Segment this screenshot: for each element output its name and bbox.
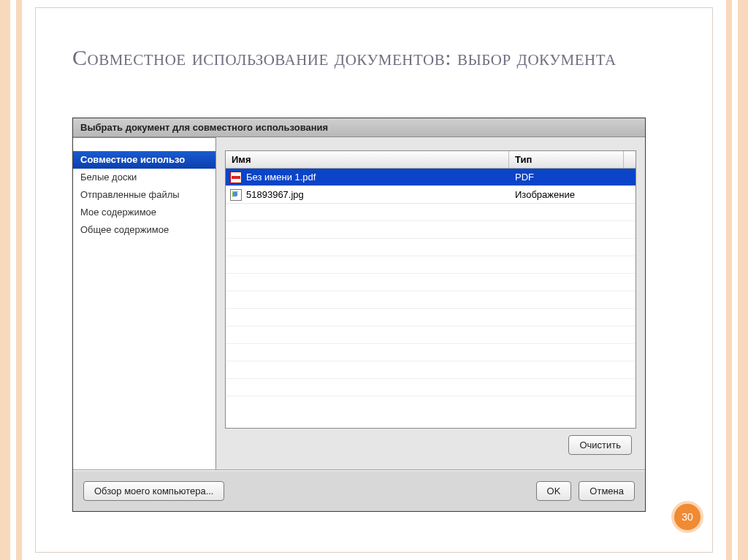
dialog-action-buttons: OK Отмена	[536, 481, 635, 501]
clear-button-row: Очистить	[225, 429, 636, 461]
cell-name: 51893967.jpg	[226, 189, 509, 201]
table-row-empty	[226, 361, 636, 379]
sidebar-item-shared[interactable]: Совместное использо	[73, 151, 215, 169]
table-row-empty	[226, 344, 636, 361]
decoration-stripe	[16, 0, 22, 560]
decoration-stripe	[726, 0, 732, 560]
cell-type: PDF	[509, 172, 636, 183]
slide-title: Совместное использование документов: выб…	[72, 45, 683, 71]
table-row[interactable]: 51893967.jpg Изображение	[226, 186, 636, 204]
table-header: Имя Тип	[226, 151, 636, 169]
pdf-icon	[230, 172, 242, 183]
sidebar-item-label: Белые доски	[80, 172, 137, 183]
dialog-body: Совместное использо Белые доски Отправле…	[73, 137, 645, 470]
column-header-name[interactable]: Имя	[226, 151, 509, 168]
sidebar-item-label: Совместное использо	[80, 154, 185, 165]
browse-computer-button[interactable]: Обзор моего компьютера...	[83, 481, 224, 501]
table-row-empty	[226, 291, 636, 309]
table-row-empty	[226, 326, 636, 344]
cell-name: Без имени 1.pdf	[226, 172, 509, 183]
decoration-stripe	[732, 0, 738, 560]
dialog-footer: Обзор моего компьютера... OK Отмена	[73, 470, 645, 511]
slide-frame: Совместное использование документов: выб…	[0, 0, 748, 560]
clear-button[interactable]: Очистить	[568, 435, 632, 455]
file-name: Без имени 1.pdf	[246, 172, 316, 183]
sidebar-item-label: Отправленные файлы	[80, 189, 180, 200]
table-row[interactable]: Без имени 1.pdf PDF	[226, 169, 636, 186]
slide-content: Совместное использование документов: выб…	[35, 7, 713, 553]
file-panel: Имя Тип Без имени 1.pdf PDF	[216, 137, 645, 469]
slide-number-badge: 30	[674, 504, 701, 530]
table-row-empty	[226, 379, 636, 396]
image-icon	[230, 189, 242, 201]
file-name: 51893967.jpg	[246, 189, 304, 200]
sidebar-item-my-content[interactable]: Мое содержимое	[73, 204, 215, 221]
table-row-empty	[226, 239, 636, 256]
sidebar-item-sent-files[interactable]: Отправленные файлы	[73, 186, 215, 204]
decoration-stripe	[0, 0, 10, 560]
cell-type: Изображение	[509, 189, 636, 200]
cancel-button[interactable]: Отмена	[579, 481, 635, 501]
ok-button[interactable]: OK	[536, 481, 572, 501]
table-row-empty	[226, 221, 636, 239]
table-body: Без имени 1.pdf PDF 51893967.jpg Изображ…	[226, 169, 636, 428]
table-row-empty	[226, 309, 636, 326]
sidebar-item-label: Мое содержимое	[80, 207, 156, 218]
decoration-stripe	[738, 0, 748, 560]
table-row-empty	[226, 204, 636, 221]
sidebar-item-whiteboards[interactable]: Белые доски	[73, 169, 215, 186]
category-sidebar: Совместное использо Белые доски Отправле…	[73, 137, 216, 469]
sidebar-item-shared-content[interactable]: Общее содержимое	[73, 221, 215, 239]
sidebar-item-label: Общее содержимое	[80, 224, 169, 235]
select-document-dialog: Выбрать документ для совместного использ…	[72, 118, 646, 512]
column-header-spacer	[624, 151, 636, 168]
column-header-type[interactable]: Тип	[509, 151, 624, 168]
table-row-empty	[226, 256, 636, 274]
table-row-empty	[226, 274, 636, 291]
dialog-title: Выбрать документ для совместного использ…	[73, 118, 645, 137]
decoration-stripe	[10, 0, 16, 560]
file-table: Имя Тип Без имени 1.pdf PDF	[225, 150, 636, 429]
